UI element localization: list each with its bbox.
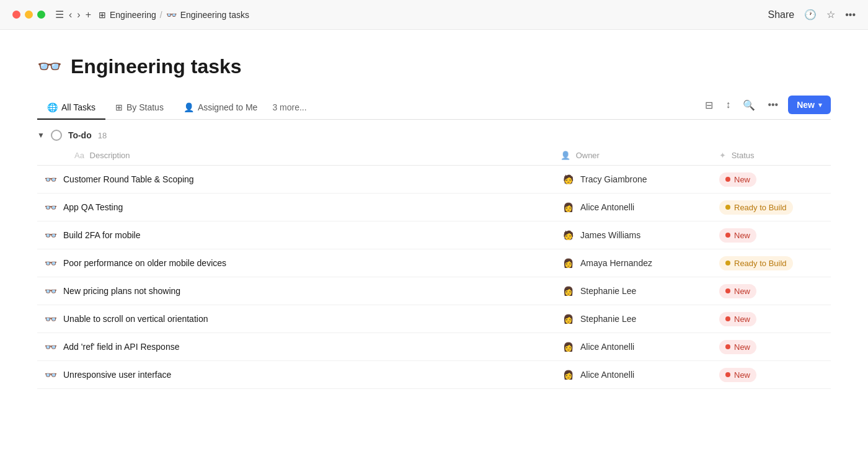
task-description-cell: 👓 Add 'ref' field in API Response xyxy=(37,333,553,361)
owner-name: Alice Antonelli xyxy=(580,370,634,380)
titlebar-actions: Share 🕐 ☆ ••• xyxy=(768,9,856,20)
status-label: New xyxy=(734,287,750,296)
col-description-label: Description xyxy=(90,151,130,160)
hamburger-icon[interactable]: ☰ xyxy=(55,9,64,20)
tab-all-tasks[interactable]: 🌐 All Tasks xyxy=(37,96,105,120)
task-owner-cell: 👩 Stephanie Lee xyxy=(553,277,712,305)
task-name[interactable]: Unable to scroll on vertical orientation xyxy=(63,314,208,324)
maximize-button[interactable] xyxy=(37,11,45,19)
back-icon[interactable]: ‹ xyxy=(69,9,72,20)
new-button-label: New xyxy=(797,100,815,110)
add-icon[interactable]: + xyxy=(86,9,91,20)
breadcrumb-workspace[interactable]: Engineering xyxy=(110,10,156,20)
forward-icon[interactable]: › xyxy=(77,9,80,20)
status-badge[interactable]: New xyxy=(719,228,756,243)
task-name[interactable]: App QA Testing xyxy=(63,202,123,212)
task-status-cell: New xyxy=(712,166,831,194)
owner-avatar: 👩 xyxy=(560,256,575,270)
col-owner: 👤 Owner xyxy=(553,146,712,166)
status-badge[interactable]: New xyxy=(719,340,756,354)
task-status-cell: New xyxy=(712,333,831,361)
task-name[interactable]: Poor performance on older mobile devices xyxy=(63,258,226,268)
task-owner-cell: 👩 Amaya Hernandez xyxy=(553,249,712,277)
owner-avatar: 👩 xyxy=(560,367,575,382)
filter-icon[interactable]: ⊟ xyxy=(702,97,715,114)
tab-by-status[interactable]: ⊞ By Status xyxy=(105,96,174,120)
status-label: New xyxy=(734,315,750,324)
share-button[interactable]: Share xyxy=(768,9,794,20)
status-dot xyxy=(725,344,730,349)
status-badge[interactable]: Ready to Build xyxy=(719,200,793,215)
status-badge[interactable]: New xyxy=(719,368,756,382)
traffic-lights xyxy=(12,11,45,19)
history-icon[interactable]: 🕐 xyxy=(804,9,817,20)
owner-name: Alice Antonelli xyxy=(580,202,634,212)
tab-assigned-label: Assigned to Me xyxy=(198,102,258,112)
status-col-icon: ✦ xyxy=(719,151,726,160)
task-owner-cell: 🧑 James Williams xyxy=(553,221,712,249)
task-icon: 👓 xyxy=(45,369,57,381)
table-row[interactable]: 👓 App QA Testing 👩 Alice Antonelli Ready… xyxy=(37,194,831,221)
col-owner-label: Owner xyxy=(576,151,600,160)
task-name[interactable]: Add 'ref' field in API Response xyxy=(63,342,179,352)
task-description-cell: 👓 Poor performance on older mobile devic… xyxy=(37,249,553,277)
search-icon[interactable]: 🔍 xyxy=(740,97,758,114)
table-row[interactable]: 👓 Poor performance on older mobile devic… xyxy=(37,249,831,277)
status-badge[interactable]: New xyxy=(719,312,756,326)
task-name[interactable]: Customer Round Table & Scoping xyxy=(63,174,194,184)
tabs-bar: 🌐 All Tasks ⊞ By Status 👤 Assigned to Me… xyxy=(37,96,831,120)
task-icon: 👓 xyxy=(45,341,57,353)
breadcrumb: ⊞ Engineering / 👓 Engineering tasks xyxy=(99,10,768,20)
tab-assigned-to-me[interactable]: 👤 Assigned to Me xyxy=(174,96,268,120)
table-row[interactable]: 👓 Unable to scroll on vertical orientati… xyxy=(37,305,831,333)
more-icon[interactable]: ••• xyxy=(765,97,781,113)
breadcrumb-page[interactable]: Engineering tasks xyxy=(180,10,249,20)
new-button[interactable]: New ▾ xyxy=(788,96,831,114)
task-description-cell: 👓 Unresponsive user interface xyxy=(37,361,553,389)
task-status-cell: New xyxy=(712,305,831,333)
task-status-cell: Ready to Build xyxy=(712,249,831,277)
task-owner-cell: 👩 Stephanie Lee xyxy=(553,305,712,333)
table-row[interactable]: 👓 Build 2FA for mobile 🧑 James Williams … xyxy=(37,221,831,249)
owner-name: Amaya Hernandez xyxy=(580,258,652,268)
star-icon[interactable]: ☆ xyxy=(826,9,835,20)
status-label: Ready to Build xyxy=(734,259,787,268)
status-dot xyxy=(725,177,730,182)
group-chevron-icon[interactable]: ▼ xyxy=(37,131,45,140)
task-description-cell: 👓 App QA Testing xyxy=(37,194,553,221)
task-name[interactable]: Unresponsive user interface xyxy=(63,370,171,380)
table-row[interactable]: 👓 New pricing plans not showing 👩 Stepha… xyxy=(37,277,831,305)
minimize-button[interactable] xyxy=(25,11,33,19)
table-row[interactable]: 👓 Add 'ref' field in API Response 👩 Alic… xyxy=(37,333,831,361)
chevron-down-icon: ▾ xyxy=(818,101,822,109)
more-options-icon[interactable]: ••• xyxy=(845,9,856,20)
task-name[interactable]: New pricing plans not showing xyxy=(63,286,180,296)
sort-icon[interactable]: ↕ xyxy=(723,97,733,113)
task-description-cell: 👓 Build 2FA for mobile xyxy=(37,221,553,249)
group-name: To-do xyxy=(68,130,92,140)
task-status-cell: New xyxy=(712,361,831,389)
workspace-icon: ⊞ xyxy=(99,10,106,20)
group-header: ▼ To-do 18 xyxy=(37,120,831,146)
status-badge[interactable]: New xyxy=(719,172,756,187)
status-label: New xyxy=(734,231,750,240)
status-label: New xyxy=(734,342,750,352)
close-button[interactable] xyxy=(12,11,20,19)
tab-by-status-icon: ⊞ xyxy=(115,102,123,112)
owner-name: James Williams xyxy=(580,230,640,240)
status-label: New xyxy=(734,175,750,184)
status-badge[interactable]: New xyxy=(719,284,756,298)
titlebar: ☰ ‹ › + ⊞ Engineering / 👓 Engineering ta… xyxy=(0,0,868,30)
owner-avatar: 👩 xyxy=(560,339,575,354)
page-header: 👓 Engineering tasks xyxy=(37,55,831,78)
owner-avatar: 👩 xyxy=(560,283,575,298)
owner-name: Tracy Giambrone xyxy=(580,174,647,184)
status-label: New xyxy=(734,370,750,380)
table-row[interactable]: 👓 Customer Round Table & Scoping 🧑 Tracy… xyxy=(37,166,831,194)
table-row[interactable]: 👓 Unresponsive user interface 👩 Alice An… xyxy=(37,361,831,389)
status-badge[interactable]: Ready to Build xyxy=(719,256,793,270)
tabs-more[interactable]: 3 more... xyxy=(267,96,311,118)
status-dot xyxy=(725,233,730,238)
task-icon: 👓 xyxy=(45,313,57,325)
task-name[interactable]: Build 2FA for mobile xyxy=(63,230,141,240)
